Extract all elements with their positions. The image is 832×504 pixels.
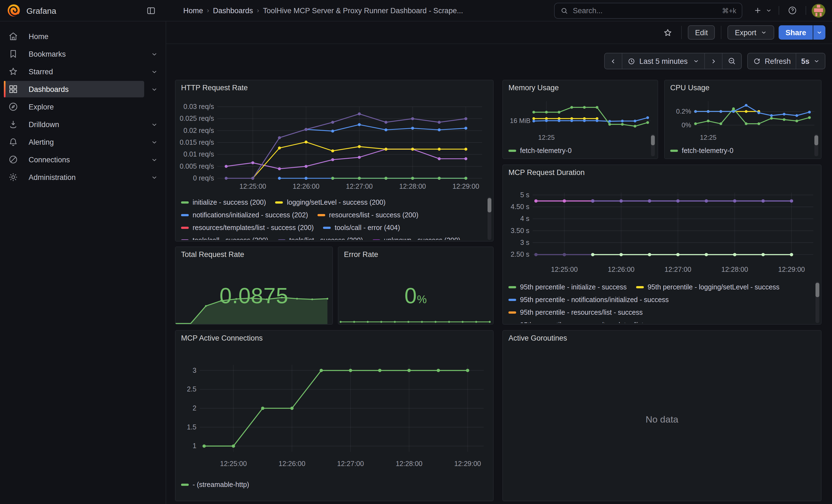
legend-item[interactable]: tools/call - error (404) [323,224,400,231]
legend-scrollbar[interactable] [651,134,655,156]
legend-item[interactable]: fetch-telemetry-0 [509,147,572,154]
legend-item[interactable]: 95th percentile - initialize - success [509,283,627,291]
add-icon[interactable] [750,3,765,18]
time-forward-button[interactable] [704,53,722,69]
legend-scrollbar[interactable] [815,282,820,323]
clock-icon [627,57,635,65]
stat-value: 0.0875 [176,283,332,308]
legend-item[interactable]: fetch-telemetry-0 [670,147,733,154]
search-input[interactable] [573,6,718,15]
svg-text:12:25: 12:25 [538,134,555,141]
svg-text:0.01 req/s: 0.01 req/s [183,150,214,158]
mcp-active-connections-chart[interactable]: 12:25:0012:26:0012:27:0012:28:0012:29:00… [180,350,490,477]
legend-swatch [181,239,189,240]
sidebar-item-home[interactable]: Home [0,28,166,45]
panel-error-rate: Error Rate 0% [338,246,494,325]
legend-item[interactable]: initialize - success (200) [181,198,266,206]
cpu-usage-chart[interactable]: 12:250.2%0% [669,97,818,143]
zoom-out-icon [727,57,736,65]
zoom-out-button[interactable] [722,53,741,69]
http-request-rate-chart[interactable]: 12:25:0012:26:0012:27:0012:28:0012:29:00… [180,100,490,199]
search-shortcut: ⌘+k [722,6,736,15]
legend-item[interactable]: notifications/initialized - success (202… [181,211,308,219]
chevron-down-icon[interactable] [151,51,158,58]
panel-title[interactable]: Error Rate [344,250,378,259]
sidebar-item-alerting[interactable]: Alerting [0,134,166,150]
panel-title[interactable]: MCP Request Duration [509,168,584,177]
sidebar-item-dashboards[interactable]: Dashboards [0,81,166,97]
legend-item[interactable]: 95th percentile - logging/setLevel - suc… [636,283,779,291]
legend-item[interactable]: resources/templates/list - success (200) [181,224,314,231]
chevron-down-icon[interactable] [151,68,158,75]
legend-swatch [181,214,189,216]
panel-title[interactable]: Total Request Rate [181,250,244,259]
legend-item[interactable]: unknown - success (200) [372,236,460,240]
legend-scrollbar[interactable] [488,197,491,240]
sidebar-item-label: Explore [29,103,54,111]
no-data-message: No data [503,414,821,425]
panel-active-goroutines: Active Goroutines No data [502,330,822,501]
chevron-down-icon[interactable] [151,121,158,128]
legend-item[interactable]: 95th percentile - resources/list - succe… [509,309,643,316]
star-icon[interactable] [660,25,675,40]
chart-legend: initialize - success (200)logging/setLev… [181,196,485,240]
export-button[interactable]: Export [728,25,775,39]
refresh-button[interactable]: Refresh [748,53,796,69]
sidebar-item-starred[interactable]: Starred [0,63,166,80]
sidebar-item-connections[interactable]: Connections [0,151,166,168]
memory-usage-chart[interactable]: 12:2516 MiB [508,97,654,143]
panel-cpu-usage: CPU Usage 12:250.2%0% fetch-telemetry-0 [664,80,822,159]
help-icon[interactable] [785,3,800,18]
add-chevron-down-icon[interactable] [764,3,773,18]
svg-text:16 MiB: 16 MiB [510,117,530,124]
sidebar-item-explore[interactable]: Explore [0,99,166,115]
share-button[interactable]: Share [779,25,813,39]
panel-title[interactable]: HTTP Request Rate [181,84,248,92]
time-range-picker[interactable]: Last 5 minutes [622,53,704,69]
edit-button[interactable]: Edit [688,25,715,39]
panel-title[interactable]: MCP Active Connections [181,334,263,342]
legend-item[interactable]: resources/list - success (200) [317,211,418,219]
svg-text:3: 3 [192,367,197,374]
svg-text:4.50 s: 4.50 s [511,203,529,210]
time-controls: Last 5 minutes Refresh 5s [604,53,825,69]
legend-item[interactable]: 95th percentile - resources/templates/li… [509,321,674,323]
bookmarks-icon [8,48,19,59]
svg-text:0.2%: 0.2% [676,108,691,115]
svg-text:12:25:00: 12:25:00 [239,182,266,190]
chevron-down-icon[interactable] [151,156,158,163]
legend-swatch [372,239,380,240]
sidebar-item-label: Starred [29,68,53,76]
refresh-interval-dropdown[interactable]: 5s [796,53,825,69]
time-back-button[interactable] [605,53,622,69]
legend-scrollbar[interactable] [814,134,818,156]
search-box[interactable]: ⌘+k [554,2,742,19]
sidebar-item-administration[interactable]: Administration [0,169,166,185]
chevron-down-icon[interactable] [151,86,158,93]
legend-swatch [181,483,189,485]
sidebar-item-label: Alerting [29,138,54,146]
legend-item[interactable]: logging/setLevel - success (200) [276,198,386,206]
legend-item[interactable]: 95th percentile - notifications/initiali… [509,296,669,303]
mcp-request-duration-chart[interactable]: 12:25:0012:26:0012:27:0012:28:0012:29:00… [508,185,818,277]
legend-swatch [276,201,283,203]
chevron-down-icon[interactable] [151,139,158,146]
legend-item[interactable]: tools/call - success (200) [181,236,268,240]
breadcrumb-home[interactable]: Home [183,6,203,15]
panel-title[interactable]: Active Goroutines [509,334,567,342]
dashboard-toolbar: Edit Export Share [166,22,832,44]
avatar[interactable] [812,4,825,17]
legend-item[interactable]: tools/list - success (200) [278,236,363,240]
panel-title[interactable]: Memory Usage [509,84,559,92]
panel-title[interactable]: CPU Usage [670,84,709,92]
grafana-logo[interactable] [7,3,21,18]
legend-item[interactable]: - (streamable-http) [181,481,249,488]
chart-legend: - (streamable-http) [181,478,485,493]
search-icon [560,6,568,15]
sidebar-item-drilldown[interactable]: Drilldown [0,116,166,133]
chevron-down-icon[interactable] [151,174,158,181]
share-chevron-down-icon[interactable] [813,25,825,39]
breadcrumb-dashboards[interactable]: Dashboards [213,6,253,15]
sidebar-toggle-icon[interactable] [143,3,158,18]
sidebar-item-bookmarks[interactable]: Bookmarks [0,46,166,62]
